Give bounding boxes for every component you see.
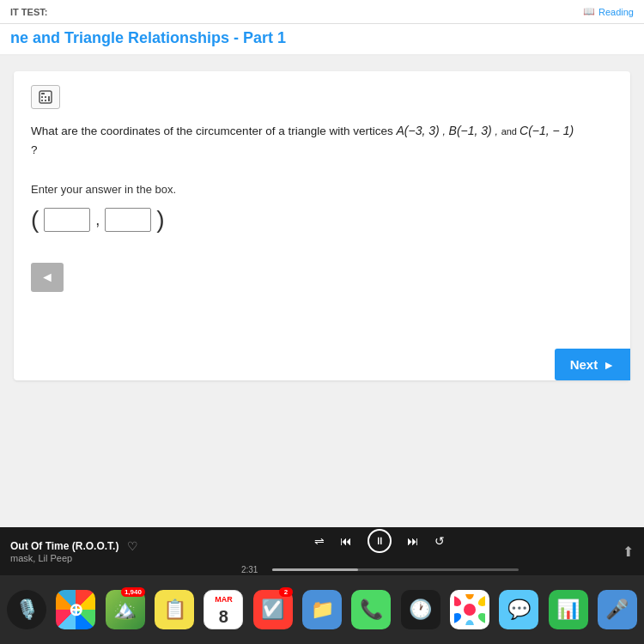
music-artist: mask, Lil Peep bbox=[10, 553, 241, 563]
answer-input-x[interactable] bbox=[44, 208, 90, 232]
svg-rect-4 bbox=[48, 96, 50, 98]
svg-point-13 bbox=[454, 611, 463, 625]
answer-input-y[interactable] bbox=[105, 208, 151, 232]
top-bar-left-text: IT TEST: bbox=[10, 7, 47, 17]
svg-point-11 bbox=[477, 611, 485, 625]
phone-icon: 📞 bbox=[351, 590, 391, 629]
current-time: 2:31 bbox=[241, 565, 265, 574]
music-extra: ⬆ bbox=[519, 544, 634, 560]
dock-icon-files[interactable]: 📁 bbox=[299, 584, 345, 635]
playback-controls: ⇌ ⏮ ⏸ ⏭ ↺ bbox=[314, 529, 445, 553]
svg-rect-6 bbox=[45, 100, 46, 101]
music-bar: Out Of Time (R.O.O.T.) ♡ mask, Lil Peep … bbox=[0, 527, 644, 575]
svg-rect-7 bbox=[48, 98, 50, 101]
dock-icon-photos-badge[interactable]: 🏔️ 1,940 bbox=[102, 584, 149, 635]
top-bar-right-text: Reading bbox=[598, 7, 634, 17]
files-icon: 📁 bbox=[302, 590, 342, 629]
music-controls: ⇌ ⏮ ⏸ ⏭ ↺ 2:31 bbox=[241, 529, 519, 574]
dock-icon-keynote[interactable]: 🎤 bbox=[594, 584, 641, 635]
photos-badge: 1,940 bbox=[121, 587, 145, 597]
siri-icon: 🎙️ bbox=[7, 590, 46, 629]
clock-icon: 🕐 bbox=[401, 590, 440, 629]
dock-icon-numbers[interactable]: 📊 bbox=[544, 584, 591, 635]
heart-icon[interactable]: ♡ bbox=[127, 539, 138, 553]
page-title: ne and Triangle Relationships - Part 1 bbox=[10, 29, 634, 47]
photos-color-svg bbox=[454, 594, 485, 625]
play-pause-icon: ⏸ bbox=[374, 535, 385, 547]
repeat-button[interactable]: ↺ bbox=[434, 534, 445, 548]
next-track-button[interactable]: ⏭ bbox=[407, 534, 419, 548]
svg-rect-5 bbox=[41, 100, 43, 101]
dock-icon-siri[interactable]: 🎙️ bbox=[3, 584, 50, 635]
svg-point-8 bbox=[464, 604, 476, 616]
back-arrow-icon: ◄ bbox=[40, 270, 54, 285]
play-pause-button[interactable]: ⏸ bbox=[368, 529, 392, 553]
numbers-icon: 📊 bbox=[549, 590, 588, 629]
progress-bar: 2:31 bbox=[241, 565, 519, 574]
reminders-badge: 2 bbox=[279, 587, 293, 597]
next-label: Next bbox=[570, 357, 598, 372]
next-track-icon: ⏭ bbox=[407, 534, 419, 548]
shuffle-icon: ⇌ bbox=[314, 534, 325, 548]
svg-point-10 bbox=[477, 594, 485, 608]
calculator-button[interactable] bbox=[31, 85, 60, 109]
airplay-icon[interactable]: ⬆ bbox=[623, 544, 634, 560]
vertex-b: B(−1, 3) bbox=[449, 124, 492, 137]
progress-fill bbox=[272, 568, 358, 571]
safari-icon: ⊕ bbox=[56, 590, 95, 629]
calculator-icon bbox=[38, 89, 53, 105]
shuffle-button[interactable]: ⇌ bbox=[314, 534, 325, 548]
comma-separator: , bbox=[95, 211, 100, 229]
dock-icon-clock[interactable]: 🕐 bbox=[398, 584, 444, 635]
vertex-a: A(−3, 3) bbox=[396, 124, 439, 137]
keynote-icon: 🎤 bbox=[598, 590, 637, 629]
dock-icon-notes[interactable]: 📋 bbox=[151, 584, 197, 635]
messages-icon: 💬 bbox=[499, 590, 538, 629]
question-text: What are the coordinates of the circumce… bbox=[31, 121, 613, 159]
next-button[interactable]: Next ► bbox=[555, 349, 630, 380]
music-title: Out Of Time (R.O.O.T.) bbox=[10, 540, 118, 552]
svg-rect-1 bbox=[41, 93, 45, 94]
close-paren: ) bbox=[156, 208, 164, 232]
answer-row: ( , ) bbox=[31, 208, 613, 232]
dock-icon-phone[interactable]: 📞 bbox=[348, 584, 394, 635]
title-bar: ne and Triangle Relationships - Part 1 bbox=[0, 24, 644, 56]
dock-icon-safari[interactable]: ⊕ bbox=[52, 584, 99, 635]
photos-color-icon bbox=[450, 590, 489, 629]
question-card: What are the coordinates of the circumce… bbox=[14, 71, 630, 380]
music-info: Out Of Time (R.O.O.T.) ♡ mask, Lil Peep bbox=[10, 539, 241, 563]
svg-point-14 bbox=[454, 594, 463, 608]
answer-prompt: Enter your answer in the box. bbox=[31, 183, 613, 196]
prev-button[interactable]: ⏮ bbox=[340, 534, 352, 548]
svg-rect-3 bbox=[45, 96, 46, 98]
progress-track[interactable] bbox=[272, 568, 519, 571]
dock-icon-photos-color[interactable] bbox=[447, 584, 493, 635]
open-paren: ( bbox=[31, 208, 39, 232]
prev-icon: ⏮ bbox=[340, 534, 352, 548]
dock-icon-calendar[interactable]: MAR 8 bbox=[200, 584, 246, 635]
top-bar: IT TEST: 📖 Reading bbox=[0, 0, 644, 24]
svg-point-12 bbox=[465, 620, 474, 625]
dock-bar: 🎙️ ⊕ 🏔️ 1,940 📋 MAR 8 ☑️ 2 📁 bbox=[0, 575, 644, 644]
book-icon: 📖 bbox=[583, 6, 595, 17]
calendar-icon: MAR 8 bbox=[204, 590, 243, 629]
nav-row: ◄ bbox=[31, 263, 613, 292]
back-button[interactable]: ◄ bbox=[31, 263, 64, 292]
svg-point-9 bbox=[465, 594, 474, 599]
repeat-icon: ↺ bbox=[434, 534, 445, 548]
dock-icon-messages[interactable]: 💬 bbox=[495, 584, 542, 635]
vertex-c: C(−1, − 1) bbox=[519, 124, 574, 137]
next-arrow-icon: ► bbox=[603, 358, 615, 372]
notes-icon: 📋 bbox=[155, 590, 194, 629]
svg-rect-2 bbox=[41, 96, 43, 98]
dock-icon-reminders[interactable]: ☑️ 2 bbox=[250, 584, 296, 635]
top-bar-right: 📖 Reading bbox=[583, 6, 634, 17]
